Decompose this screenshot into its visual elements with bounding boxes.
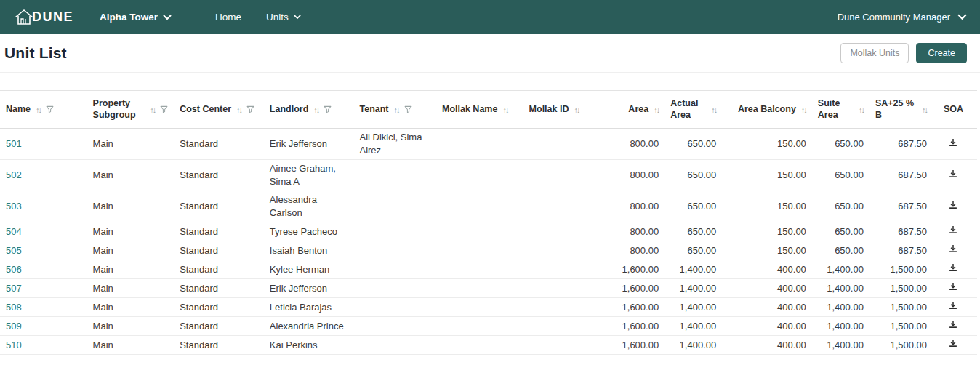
sort-icon[interactable]: ↑↓ <box>711 105 716 114</box>
cell-landlord: Aimee Graham, Sima A <box>264 160 354 191</box>
column-header-sa25b[interactable]: SA+25 % B↑↓ <box>869 91 933 129</box>
cell-property_subgroup: Main <box>87 191 174 222</box>
download-soa-icon[interactable] <box>948 300 958 310</box>
column-header-name[interactable]: Name↑↓ <box>0 91 87 129</box>
mollak-units-button[interactable]: Mollak Units <box>840 43 909 63</box>
download-soa-icon[interactable] <box>948 281 958 292</box>
table-row: 507MainStandardErik Jefferson1,600.001,4… <box>0 279 977 298</box>
unit-link[interactable]: 509 <box>6 321 22 332</box>
sort-icon[interactable]: ↑↓ <box>150 105 155 114</box>
cell-name: 504 <box>0 222 87 241</box>
brand-logo[interactable]: DUNE <box>13 8 73 27</box>
brand-name: DUNE <box>32 9 73 25</box>
filter-icon[interactable] <box>246 105 254 113</box>
unit-link[interactable]: 501 <box>6 138 22 149</box>
sort-icon[interactable]: ↑↓ <box>502 105 507 114</box>
table-row: 506MainStandardKylee Herman1,600.001,400… <box>0 260 977 279</box>
sort-icon[interactable]: ↑↓ <box>36 105 41 114</box>
cell-landlord: Leticia Barajas <box>264 298 354 317</box>
nav-home-label: Home <box>215 12 241 23</box>
unit-link[interactable]: 502 <box>6 169 22 180</box>
cell-landlord: Tyrese Pacheco <box>264 222 354 241</box>
filter-icon[interactable] <box>324 105 332 113</box>
unit-link[interactable]: 507 <box>6 283 22 294</box>
download-soa-icon[interactable] <box>948 262 958 273</box>
property-selector-label: Alpha Tower <box>100 12 158 23</box>
create-button[interactable]: Create <box>916 43 967 63</box>
filter-icon[interactable] <box>404 105 412 113</box>
cell-tenant <box>353 317 436 336</box>
column-header-area[interactable]: Area↑↓ <box>591 91 664 129</box>
cell-name: 501 <box>0 129 87 160</box>
cell-mollak_name <box>436 298 523 317</box>
download-soa-icon[interactable] <box>948 338 958 348</box>
unit-link[interactable]: 506 <box>6 264 22 275</box>
cell-suite_area: 650.00 <box>812 129 869 160</box>
cell-mollak_name <box>436 222 523 241</box>
cell-cost_center: Standard <box>174 241 264 260</box>
cell-area_balcony: 400.00 <box>722 317 812 336</box>
nav-item-home[interactable]: Home <box>215 12 241 23</box>
unit-link[interactable]: 508 <box>6 302 22 313</box>
cell-property_subgroup: Main <box>87 298 174 317</box>
unit-table-container: Name↑↓Property Subgroup↑↓Cost Center↑↓La… <box>0 73 980 355</box>
nav-item-units[interactable]: Units <box>266 12 301 23</box>
property-selector-dropdown[interactable]: Alpha Tower <box>100 12 172 23</box>
column-header-actual_area[interactable]: Actual Area↑↓ <box>664 91 722 129</box>
column-header-area_balcony[interactable]: Area Balcony↑↓ <box>722 91 812 129</box>
column-label: Landlord <box>270 104 308 116</box>
cell-mollak_id <box>523 298 591 317</box>
unit-link[interactable]: 504 <box>6 226 22 237</box>
sort-icon[interactable]: ↑↓ <box>922 105 927 114</box>
sort-icon[interactable]: ↑↓ <box>859 105 864 114</box>
unit-table: Name↑↓Property Subgroup↑↓Cost Center↑↓La… <box>0 90 977 355</box>
cell-name: 510 <box>0 336 87 355</box>
column-header-property_subgroup[interactable]: Property Subgroup↑↓ <box>87 91 174 129</box>
cell-tenant <box>353 191 436 222</box>
column-header-tenant[interactable]: Tenant↑↓ <box>353 91 436 129</box>
cell-tenant <box>353 222 436 241</box>
unit-link[interactable]: 510 <box>6 340 22 350</box>
page-title: Unit List <box>4 44 67 62</box>
column-label: Actual Area <box>670 98 706 121</box>
unit-link[interactable]: 503 <box>6 201 22 212</box>
cell-sa25b: 1,500.00 <box>869 279 933 298</box>
column-header-landlord[interactable]: Landlord↑↓ <box>264 91 354 129</box>
cell-tenant: Ali Dikici, Sima Alrez <box>353 129 436 160</box>
user-menu-dropdown[interactable]: Dune Community Manager <box>838 12 967 23</box>
sort-icon[interactable]: ↑↓ <box>801 105 806 114</box>
download-soa-icon[interactable] <box>948 200 958 210</box>
cell-tenant <box>353 279 436 298</box>
column-header-cost_center[interactable]: Cost Center↑↓ <box>174 91 264 129</box>
sort-icon[interactable]: ↑↓ <box>313 105 318 114</box>
cell-area: 800.00 <box>591 129 664 160</box>
cell-area: 800.00 <box>591 222 664 241</box>
cell-mollak_id <box>523 222 591 241</box>
table-row: 503MainStandardAlessandra Carlson800.006… <box>0 191 977 222</box>
sort-icon[interactable]: ↑↓ <box>654 105 659 114</box>
download-soa-icon[interactable] <box>948 244 958 254</box>
cell-actual_area: 650.00 <box>664 129 722 160</box>
download-soa-icon[interactable] <box>948 169 958 179</box>
cell-suite_area: 650.00 <box>812 241 869 260</box>
sort-icon[interactable]: ↑↓ <box>394 105 399 114</box>
cell-mollak_id <box>523 241 591 260</box>
table-row: 501MainStandardErik JeffersonAli Dikici,… <box>0 129 977 160</box>
table-row: 505MainStandardIsaiah Benton800.00650.00… <box>0 241 977 260</box>
cell-soa <box>933 191 977 222</box>
cell-name: 506 <box>0 260 87 279</box>
filter-icon[interactable] <box>160 105 168 113</box>
download-soa-icon[interactable] <box>948 225 958 235</box>
cell-soa <box>933 129 977 160</box>
download-soa-icon[interactable] <box>948 137 958 148</box>
column-header-suite_area[interactable]: Suite Area↑↓ <box>812 91 869 129</box>
cell-tenant <box>353 160 436 191</box>
filter-icon[interactable] <box>46 105 54 113</box>
unit-link[interactable]: 505 <box>6 245 22 256</box>
sort-icon[interactable]: ↑↓ <box>574 105 579 114</box>
download-soa-icon[interactable] <box>948 319 958 329</box>
column-header-mollak_id[interactable]: Mollak ID↑↓ <box>523 91 591 129</box>
column-header-mollak_name[interactable]: Mollak Name↑↓ <box>436 91 523 129</box>
sort-icon[interactable]: ↑↓ <box>236 105 241 114</box>
cell-soa <box>933 336 977 355</box>
